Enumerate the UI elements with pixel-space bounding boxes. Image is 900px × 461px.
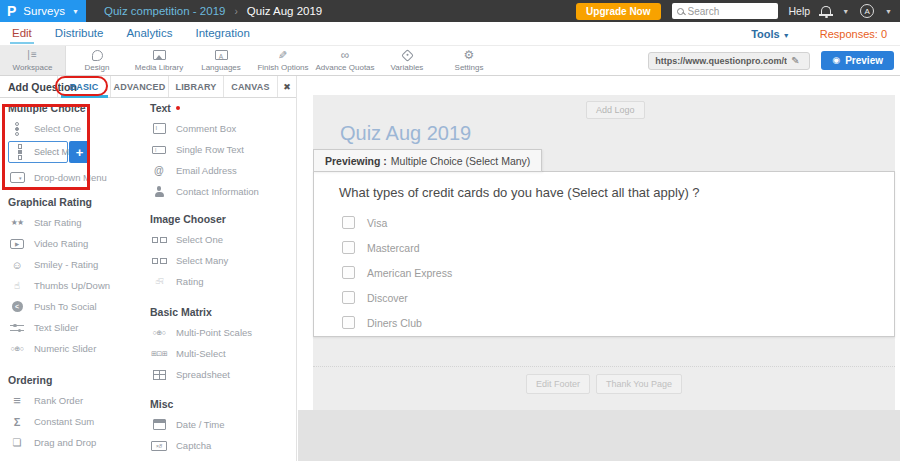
tag-icon	[401, 49, 414, 62]
option-row[interactable]: Diners Club	[342, 310, 452, 335]
section-text: Text Comment Box Single Row Text Email A…	[150, 100, 288, 202]
notifications-bell-icon[interactable]	[821, 6, 831, 15]
edit-pencil-icon[interactable]: ✎	[791, 55, 799, 66]
survey-title[interactable]: Quiz Aug 2019	[340, 122, 471, 145]
chevron-down-icon[interactable]: ▼	[842, 8, 849, 15]
qtype-date-time[interactable]: Date / Time	[150, 414, 288, 435]
search-box[interactable]	[672, 3, 778, 19]
qtype-push-to-social[interactable]: Push To Social	[8, 296, 146, 317]
tool-advance-quotas[interactable]: Advance Quotas	[314, 46, 376, 75]
tool-workspace[interactable]: Workspace	[0, 46, 66, 75]
survey-url-input[interactable]	[655, 56, 787, 66]
surveys-menu[interactable]: P Surveys ▼	[0, 0, 86, 22]
chevron-down-icon: ▼	[72, 8, 79, 15]
chevron-down-icon[interactable]: ▼	[885, 8, 892, 15]
qtype-comment-box[interactable]: Comment Box	[150, 118, 288, 139]
option-row[interactable]: Visa	[342, 210, 452, 235]
tab-advanced[interactable]: ADVANCED	[110, 76, 168, 97]
options-list: Visa Mastercard American Express Discove…	[342, 210, 452, 335]
tool-finish-options[interactable]: Finish Options	[252, 46, 314, 75]
breadcrumb-parent[interactable]: Quiz competition - 2019	[104, 5, 225, 17]
option-checkbox[interactable]	[342, 291, 355, 304]
stars-icon	[8, 218, 26, 227]
qtype-thumbs-up-down[interactable]: Thumbs Up/Down	[8, 275, 146, 296]
option-row[interactable]: Mastercard	[342, 235, 452, 260]
qtype-image-select-one[interactable]: Select One	[150, 229, 288, 250]
tool-design[interactable]: Design	[66, 46, 128, 75]
previewing-value: Multiple Choice (Select Many)	[391, 155, 530, 167]
surveys-label: Surveys	[23, 5, 65, 17]
tab-edit[interactable]: Edit	[10, 23, 34, 44]
menu-bar: Edit Distribute Analytics Integration To…	[0, 22, 900, 46]
thank-you-page-button[interactable]: Thank You Page	[596, 374, 682, 394]
breadcrumb-separator: ›	[234, 6, 237, 17]
option-checkbox[interactable]	[342, 216, 355, 229]
qtype-multi-point-scales[interactable]: Multi-Point Scales	[150, 322, 288, 343]
qtype-select-many[interactable]: Select Many	[8, 141, 68, 163]
option-label: American Express	[367, 267, 452, 279]
section-graphical-rating: Graphical Rating Star Rating Video Ratin…	[8, 194, 146, 359]
qtype-rank-order[interactable]: Rank Order	[8, 390, 146, 411]
add-question-panel: Add Question BASIC ADVANCED LIBRARY CANV…	[0, 76, 297, 461]
preview-button[interactable]: ◉ Preview	[821, 51, 894, 70]
qtype-multi-select[interactable]: Multi-Select	[150, 343, 288, 364]
add-select-many-button[interactable]: +	[69, 141, 90, 163]
edit-footer-button[interactable]: Edit Footer	[526, 374, 590, 394]
qtype-select-many-row: Select Many +	[8, 140, 146, 164]
qtype-text-slider[interactable]: Text Slider	[8, 317, 146, 338]
add-logo-button[interactable]: Add Logo	[586, 101, 645, 119]
qtype-smiley-rating[interactable]: Smiley - Rating	[8, 254, 146, 275]
qtype-single-row-text[interactable]: Single Row Text	[150, 139, 288, 160]
option-checkbox[interactable]	[342, 316, 355, 329]
qtype-email-address[interactable]: Email Address	[150, 160, 288, 181]
qtype-spreadsheet[interactable]: Spreadsheet	[150, 364, 288, 385]
checkbox-list-icon	[11, 144, 29, 160]
option-checkbox[interactable]	[342, 241, 355, 254]
qtype-drag-and-drop[interactable]: Drag and Drop	[8, 432, 146, 453]
multi-select-icon	[150, 350, 168, 358]
tab-analytics[interactable]: Analytics	[124, 23, 174, 44]
option-row[interactable]: American Express	[342, 260, 452, 285]
breadcrumb-current: Quiz Aug 2019	[247, 5, 322, 17]
qtype-select-one[interactable]: Select One	[8, 118, 146, 139]
qtype-captcha[interactable]: Captcha	[150, 435, 288, 456]
qtype-numeric-slider[interactable]: Numeric Slider	[8, 338, 146, 359]
tool-languages[interactable]: Languages	[190, 46, 252, 75]
qtype-dropdown-menu[interactable]: Drop-down Menu	[8, 167, 146, 188]
tool-variables[interactable]: Variables	[376, 46, 438, 75]
multi-point-icon	[150, 329, 168, 337]
qtype-contact-information[interactable]: Contact Information	[150, 181, 288, 202]
qtype-constant-sum[interactable]: Constant Sum	[8, 411, 146, 432]
close-icon[interactable]: ✖	[277, 76, 296, 97]
slider-icon	[10, 323, 24, 333]
upgrade-now-button[interactable]: Upgrade Now	[576, 3, 660, 20]
help-link[interactable]: Help	[789, 5, 811, 17]
section-multiple-choice: Multiple Choice Select One Select Many +…	[8, 100, 146, 188]
tab-basic[interactable]: BASIC	[57, 76, 110, 97]
qtype-image-rating[interactable]: Rating	[150, 271, 288, 292]
option-checkbox[interactable]	[342, 266, 355, 279]
tool-label: Design	[85, 63, 110, 72]
qtype-image-select-many[interactable]: Select Many	[150, 250, 288, 271]
option-row[interactable]: Discover	[342, 285, 452, 310]
avatar[interactable]: A	[860, 4, 874, 18]
tool-label: Advance Quotas	[315, 63, 374, 72]
dropdown-icon	[10, 172, 25, 183]
qtype-video-rating[interactable]: Video Rating	[8, 233, 146, 254]
tab-library[interactable]: LIBRARY	[168, 76, 223, 97]
responses-count[interactable]: Responses: 0	[820, 28, 887, 40]
qtype-star-rating[interactable]: Star Rating	[8, 212, 146, 233]
smiley-icon	[8, 259, 26, 271]
tool-media-library[interactable]: Media Library	[128, 46, 190, 75]
tab-integration[interactable]: Integration	[193, 23, 251, 44]
tools-dropdown[interactable]: Tools ▼	[751, 28, 790, 40]
sigma-icon	[8, 416, 26, 428]
tab-canvas[interactable]: CANVAS	[223, 76, 277, 97]
tool-settings[interactable]: Settings	[438, 46, 500, 75]
palette-icon	[92, 50, 103, 61]
active-tab-underline	[61, 95, 108, 98]
search-input[interactable]	[688, 6, 768, 17]
survey-url-box[interactable]: ✎	[648, 52, 810, 70]
section-title: Ordering	[8, 372, 146, 387]
tab-distribute[interactable]: Distribute	[53, 23, 106, 44]
